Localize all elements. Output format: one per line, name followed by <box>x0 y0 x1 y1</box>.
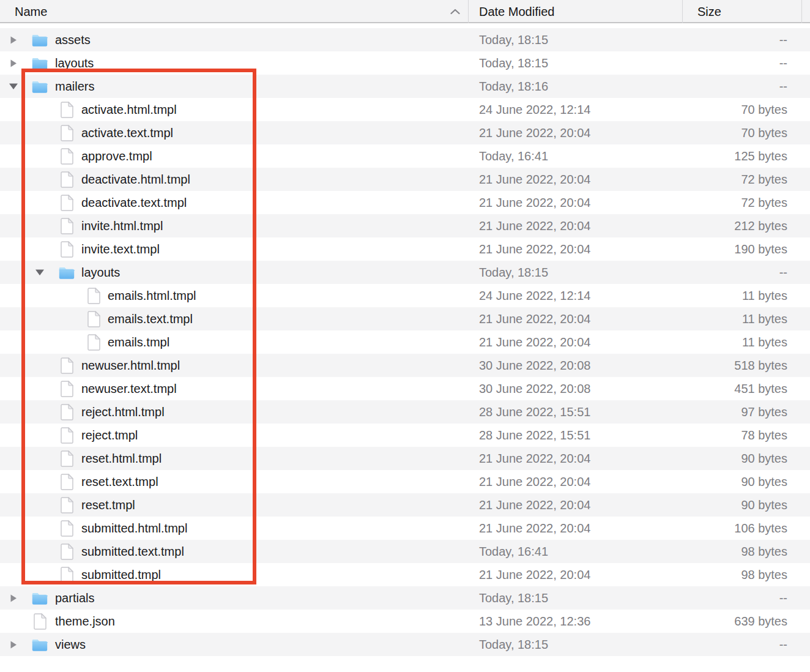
column-header-date-modified[interactable]: Date Modified <box>479 0 554 23</box>
name-cell: newuser.html.tmpl <box>0 354 468 377</box>
file-row[interactable]: submitted.text.tmpl Today, 16:41 98 byte… <box>0 540 810 563</box>
document-icon <box>59 217 75 234</box>
file-row[interactable]: reject.tmpl 28 June 2022, 15:51 78 bytes <box>0 424 810 447</box>
file-row[interactable]: emails.text.tmpl 21 June 2022, 20:04 11 … <box>0 307 810 330</box>
triangle-right-icon[interactable] <box>9 35 18 45</box>
file-row[interactable]: activate.html.tmpl 24 June 2022, 12:14 7… <box>0 98 810 121</box>
size-value: 106 bytes <box>682 517 801 540</box>
date-modified-value: 21 June 2022, 20:04 <box>468 168 682 191</box>
file-row[interactable]: submitted.tmpl 21 June 2022, 20:04 98 by… <box>0 563 810 586</box>
date-modified-value: Today, 16:41 <box>468 540 682 563</box>
file-row[interactable]: reset.html.tmpl 21 June 2022, 20:04 90 b… <box>0 447 810 470</box>
file-name-label: newuser.html.tmpl <box>81 359 180 373</box>
folder-row[interactable]: layouts Today, 18:15 -- <box>0 261 810 284</box>
triangle-down-icon[interactable] <box>35 267 45 277</box>
file-name-label: invite.text.tmpl <box>81 242 160 256</box>
folder-row[interactable]: layouts Today, 18:15 -- <box>0 51 810 75</box>
name-cell: submitted.text.tmpl <box>0 540 468 563</box>
size-value: 639 bytes <box>682 610 801 633</box>
file-row[interactable]: activate.text.tmpl 21 June 2022, 20:04 7… <box>0 121 810 144</box>
folder-row[interactable]: mailers Today, 18:16 -- <box>0 75 810 98</box>
name-cell: emails.tmpl <box>0 330 468 354</box>
document-icon <box>86 334 102 351</box>
name-cell: reset.text.tmpl <box>0 470 468 493</box>
file-row[interactable]: emails.html.tmpl 24 June 2022, 12:14 11 … <box>0 284 810 307</box>
size-value: -- <box>682 586 801 610</box>
date-modified-value: 21 June 2022, 20:04 <box>468 447 682 470</box>
size-value: 190 bytes <box>682 237 801 261</box>
file-row[interactable]: reset.tmpl 21 June 2022, 20:04 90 bytes <box>0 493 810 517</box>
triangle-right-icon[interactable] <box>9 640 18 649</box>
triangle-down-icon[interactable] <box>9 81 18 91</box>
column-divider[interactable] <box>682 0 683 23</box>
size-value: 11 bytes <box>682 284 801 307</box>
document-icon <box>59 403 75 420</box>
file-name-label: theme.json <box>55 614 115 629</box>
size-value: 90 bytes <box>682 447 801 470</box>
date-modified-value: 21 June 2022, 20:04 <box>468 563 682 586</box>
file-name-label: activate.html.tmpl <box>81 103 177 117</box>
size-value: 97 bytes <box>682 400 801 424</box>
date-modified-value: 21 June 2022, 20:04 <box>468 493 682 517</box>
date-modified-value: Today, 18:16 <box>468 75 682 98</box>
document-icon <box>59 357 75 374</box>
file-row[interactable]: invite.html.tmpl 21 June 2022, 20:04 212… <box>0 214 810 237</box>
file-row[interactable]: newuser.text.tmpl 30 June 2022, 20:08 45… <box>0 377 810 400</box>
document-icon <box>86 287 102 304</box>
size-value: 212 bytes <box>682 214 801 237</box>
file-row[interactable]: approve.tmpl Today, 16:41 125 bytes <box>0 144 810 168</box>
document-icon <box>32 613 48 630</box>
file-name-label: emails.tmpl <box>108 335 169 349</box>
file-name-label: submitted.html.tmpl <box>81 521 187 536</box>
folder-icon <box>32 636 48 653</box>
column-headers: Name Date Modified Size <box>0 0 810 23</box>
file-row[interactable]: reset.text.tmpl 21 June 2022, 20:04 90 b… <box>0 470 810 493</box>
folder-row[interactable]: views Today, 18:15 -- <box>0 633 810 656</box>
document-icon <box>59 194 75 211</box>
file-name-label: reject.html.tmpl <box>81 405 165 419</box>
name-cell: mailers <box>0 75 468 98</box>
name-cell: submitted.tmpl <box>0 563 468 586</box>
file-row[interactable]: deactivate.html.tmpl 21 June 2022, 20:04… <box>0 168 810 191</box>
file-name-label: reset.text.tmpl <box>81 475 158 489</box>
file-name-label: partials <box>55 591 94 605</box>
file-row[interactable]: newuser.html.tmpl 30 June 2022, 20:08 51… <box>0 354 810 377</box>
column-header-size-label: Size <box>697 5 721 19</box>
size-value: 70 bytes <box>682 98 801 121</box>
size-value: -- <box>682 28 801 51</box>
column-header-size[interactable]: Size <box>697 0 721 23</box>
date-modified-value: 24 June 2022, 12:14 <box>468 284 682 307</box>
file-name-label: reset.html.tmpl <box>81 452 162 466</box>
document-icon <box>59 101 75 118</box>
size-value: 70 bytes <box>682 121 801 144</box>
date-modified-value: 21 June 2022, 20:04 <box>468 517 682 540</box>
column-divider[interactable] <box>468 0 469 23</box>
file-row[interactable]: reject.html.tmpl 28 June 2022, 15:51 97 … <box>0 400 810 424</box>
size-value: 98 bytes <box>682 563 801 586</box>
file-name-label: reset.tmpl <box>81 498 135 512</box>
column-header-name[interactable]: Name <box>15 0 47 23</box>
name-cell: submitted.html.tmpl <box>0 517 468 540</box>
triangle-right-icon[interactable] <box>9 58 18 68</box>
folder-icon <box>59 264 75 281</box>
date-modified-value: 21 June 2022, 20:04 <box>468 330 682 354</box>
name-cell: reject.tmpl <box>0 424 468 447</box>
file-row[interactable]: deactivate.text.tmpl 21 June 2022, 20:04… <box>0 191 810 214</box>
date-modified-value: 21 June 2022, 20:04 <box>468 307 682 330</box>
size-value: 518 bytes <box>682 354 801 377</box>
date-modified-value: Today, 18:15 <box>468 51 682 75</box>
date-modified-value: 21 June 2022, 20:04 <box>468 214 682 237</box>
folder-row[interactable]: partials Today, 18:15 -- <box>0 586 810 610</box>
file-name-label: reject.tmpl <box>81 428 138 442</box>
file-row[interactable]: invite.text.tmpl 21 June 2022, 20:04 190… <box>0 237 810 261</box>
folder-row[interactable]: assets Today, 18:15 -- <box>0 28 810 51</box>
file-row[interactable]: emails.tmpl 21 June 2022, 20:04 11 bytes <box>0 330 810 354</box>
file-row[interactable]: submitted.html.tmpl 21 June 2022, 20:04 … <box>0 517 810 540</box>
document-icon <box>59 496 75 513</box>
column-divider[interactable] <box>801 0 802 23</box>
document-icon <box>59 566 75 583</box>
size-value: 11 bytes <box>682 307 801 330</box>
file-name-label: approve.tmpl <box>81 149 152 163</box>
file-row[interactable]: theme.json 13 June 2022, 12:36 639 bytes <box>0 610 810 633</box>
triangle-right-icon[interactable] <box>9 593 18 603</box>
